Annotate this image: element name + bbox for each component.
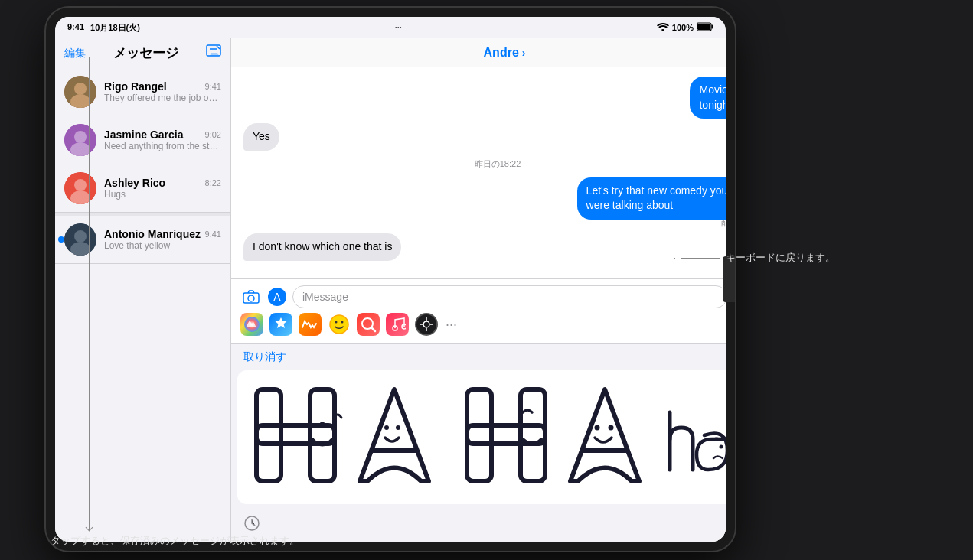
svg-point-49: [609, 425, 614, 431]
chevron-right-icon: ›: [522, 47, 526, 59]
conv-name-row-ashley: Ashley Rico 8:22: [104, 177, 221, 189]
compose-button[interactable]: [206, 44, 221, 62]
svg-point-43: [396, 425, 400, 430]
conv-preview-rigo: They offered me the job on the spot!: [104, 93, 221, 103]
conv-time-antonio: 9:41: [205, 230, 221, 239]
right-annotation-area: キーボードに戻ります。: [674, 251, 835, 265]
status-bar: 9:41 10月18日(火) ··· 100%: [55, 17, 726, 38]
conv-info-ashley: Ashley Rico 8:22 Hugs: [104, 177, 221, 200]
app-row: ···: [240, 308, 726, 337]
music-icon[interactable]: [386, 313, 409, 336]
conversation-item-rigo[interactable]: Rigo Rangel 9:41 They offered me the job…: [55, 68, 230, 116]
conv-name-rigo: Rigo Rangel: [104, 80, 167, 93]
sidebar-title: メッセージ: [86, 44, 206, 62]
contact-name: Andre: [484, 46, 519, 60]
camera-button[interactable]: [240, 286, 262, 308]
magnifier-icon[interactable]: [357, 313, 380, 336]
message-comedy: Let's try that new comedy you were talki…: [577, 177, 726, 220]
chat-header: Andre ›: [231, 38, 726, 67]
svg-point-9: [74, 131, 87, 143]
wifi-icon: [657, 22, 669, 33]
conv-name-row-jasmine: Jasmine Garcia 9:02: [104, 129, 221, 141]
sidebar-header: 編集 メッセージ: [55, 38, 230, 68]
edit-button[interactable]: 編集: [64, 47, 86, 60]
svg-point-26: [335, 321, 338, 324]
message-movie-tonight: Movie tonight?: [690, 77, 726, 119]
conv-preview-jasmine: Need anything from the store?: [104, 141, 221, 151]
conv-info-antonio: Antonio Manriquez 9:41 Love that yellow: [104, 228, 221, 251]
hw-cancel-button[interactable]: 取り消す: [243, 350, 286, 364]
bottom-annotation-text: タップすると、保存済みのメッセージが表示されます。: [51, 534, 299, 548]
message-input[interactable]: iMessage: [292, 285, 726, 308]
svg-rect-1: [711, 25, 713, 29]
main-content: 編集 メッセージ Rigo Rangel: [55, 38, 726, 542]
conv-name-ashley: Ashley Rico: [104, 177, 165, 189]
conversation-item-antonio[interactable]: Antonio Manriquez 9:41 Love that yellow: [55, 216, 230, 264]
messages-area: Movie tonight? Yes 昨日の18:22 Let's try th…: [231, 67, 726, 278]
message-yes: Yes: [243, 123, 279, 151]
svg-rect-38: [310, 389, 335, 481]
handwriting-panel: 取り消す 完了: [231, 343, 726, 542]
conv-name-row-rigo: Rigo Rangel 9:41: [104, 80, 221, 93]
status-date: 10月18日(火): [90, 22, 140, 34]
conversation-item-ashley[interactable]: Ashley Rico 8:22 Hugs: [55, 164, 230, 213]
svg-point-51: [720, 445, 723, 449]
svg-rect-45: [521, 389, 545, 481]
timestamp-yesterday: 昨日の18:22: [243, 158, 726, 170]
conv-preview-antonio: Love that yellow: [104, 240, 221, 251]
svg-point-32: [423, 321, 429, 327]
conv-name-row-antonio: Antonio Manriquez 9:41: [104, 228, 221, 240]
svg-point-6: [74, 83, 87, 95]
battery-status: 100%: [672, 23, 694, 32]
svg-point-12: [74, 179, 87, 191]
hw-canvas[interactable]: [237, 370, 726, 504]
battery-icon: [697, 22, 713, 33]
svg-line-29: [371, 327, 375, 331]
conversation-list: Rigo Rangel 9:41 They offered me the job…: [55, 68, 230, 542]
status-bar-left: 9:41 10月18日(火): [67, 22, 140, 34]
status-time: 9:41: [67, 22, 84, 34]
chat-area: Andre › Movie tonight? Yes 昨日: [231, 38, 726, 542]
message-dont-know: I don't know which one that is: [243, 233, 401, 261]
status-dots: ···: [395, 23, 402, 32]
conv-name-antonio: Antonio Manriquez: [104, 228, 201, 240]
ipad-screen: 9:41 10月18日(火) ··· 100% 編集: [55, 17, 726, 542]
svg-point-15: [74, 230, 87, 243]
input-area: A iMessage: [231, 278, 726, 343]
more-apps-button[interactable]: ···: [446, 317, 457, 333]
conversation-item-jasmine[interactable]: Jasmine Garcia 9:02 Need anything from t…: [55, 116, 230, 164]
appstore-icon[interactable]: [269, 313, 292, 336]
avatar-ashley: [64, 172, 96, 204]
annotation-dot-right: [674, 258, 675, 259]
svg-rect-37: [256, 389, 281, 481]
haha-svg: [237, 378, 726, 497]
svg-point-27: [341, 321, 344, 324]
conv-time-jasmine: 9:02: [205, 130, 221, 139]
annotation-line-bottom: [89, 57, 90, 531]
conv-time-ashley: 8:22: [205, 178, 221, 187]
chat-header-title[interactable]: Andre ›: [484, 46, 526, 60]
effects-icon[interactable]: [415, 313, 438, 336]
avatar-rigo: [64, 76, 96, 108]
svg-point-48: [595, 425, 600, 431]
sticker-icon[interactable]: [328, 313, 351, 336]
status-bar-right: 100%: [657, 22, 713, 33]
input-row: A iMessage: [240, 285, 726, 308]
photos-app-icon[interactable]: [240, 313, 263, 336]
conv-preview-ashley: Hugs: [104, 189, 221, 200]
svg-rect-44: [467, 389, 491, 481]
avatar-jasmine: [64, 124, 96, 156]
svg-point-25: [330, 315, 348, 334]
annotation-line-right: [681, 258, 720, 259]
svg-rect-39: [256, 425, 335, 444]
conv-time-rigo: 9:41: [205, 82, 221, 91]
sidebar: 編集 メッセージ Rigo Rangel: [55, 38, 231, 542]
svg-point-42: [384, 425, 389, 430]
delivered-status: 配信済み: [721, 218, 726, 229]
apps-button[interactable]: A: [268, 288, 286, 306]
conv-info-jasmine: Jasmine Garcia 9:02 Need anything from t…: [104, 129, 221, 151]
hw-toolbar: 取り消す 完了: [231, 344, 726, 370]
handwriting-history-button[interactable]: [243, 515, 260, 536]
audio-icon[interactable]: [299, 313, 322, 336]
svg-point-40: [320, 422, 325, 426]
